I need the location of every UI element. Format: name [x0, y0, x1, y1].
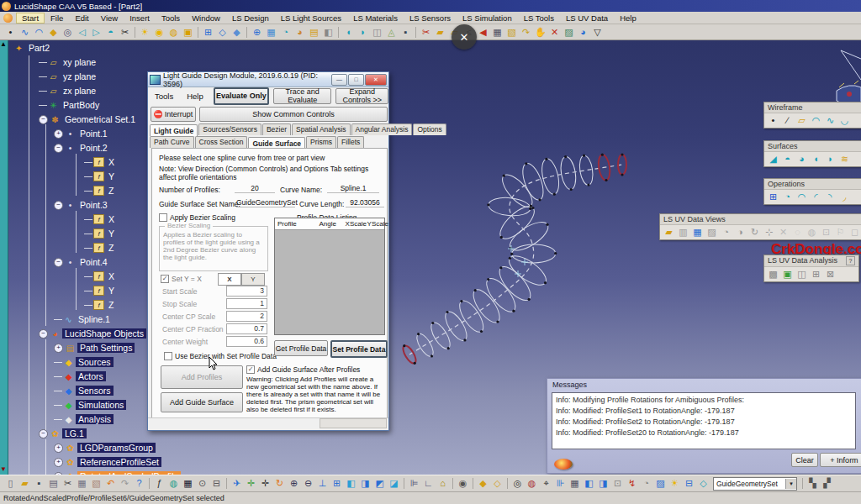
arc-icon[interactable]: ◠: [32, 26, 46, 39]
menu-ls-sensors[interactable]: LS Sensors: [404, 13, 457, 24]
save-icon[interactable]: ▪: [32, 477, 46, 490]
compass[interactable]: [837, 50, 861, 105]
struct-icon[interactable]: ⊪: [553, 477, 568, 490]
collapse-icon[interactable]: −: [54, 201, 63, 210]
bulb2-icon[interactable]: ☀: [668, 477, 682, 490]
speaker-icon[interactable]: ◗: [356, 26, 370, 39]
sweep-icon[interactable]: ◗: [823, 153, 837, 165]
dialog-titlebar[interactable]: Light Guide Design Module, 2019.6.0.19 (…: [148, 72, 388, 87]
split-icon[interactable]: ◔: [780, 191, 795, 203]
rotate-icon[interactable]: ↻: [272, 477, 287, 490]
catalog-icon[interactable]: ◆: [476, 477, 490, 490]
tree-item-xy-plane[interactable]: ▱xy plane: [39, 55, 98, 69]
collapse-icon[interactable]: −: [39, 429, 48, 438]
pan-icon[interactable]: ✛: [258, 477, 272, 490]
help-icon[interactable]: ?: [846, 256, 855, 265]
save-uv-icon[interactable]: ▥: [676, 226, 690, 239]
bulb-sun-icon[interactable]: ☀: [138, 26, 152, 39]
point-icon[interactable]: •: [766, 114, 780, 127]
profile-chart-icon[interactable]: ▨: [653, 477, 668, 490]
sensor-cone-icon[interactable]: ◁: [75, 26, 89, 39]
chamfer-icon[interactable]: ◝: [823, 191, 837, 203]
tree-item-label[interactable]: Y: [106, 286, 117, 296]
mesh-view-icon[interactable]: ▨: [705, 226, 719, 239]
flag-view-icon[interactable]: ⚐: [833, 226, 848, 239]
false-color-icon[interactable]: ▣: [780, 268, 795, 281]
tree-item-label[interactable]: LucidShape Objects: [62, 328, 146, 339]
curve-length-value[interactable]: 92.03056: [346, 198, 384, 207]
column-header-angle[interactable]: Angle: [316, 220, 342, 228]
curve-name-value[interactable]: Spline.1: [327, 184, 379, 193]
open-icon[interactable]: ▰: [18, 477, 32, 490]
line-icon[interactable]: ∕: [780, 114, 795, 127]
dialog-resize-grip[interactable]: [320, 418, 387, 428]
image-view-icon[interactable]: ▦: [690, 226, 705, 239]
tree-item-actors[interactable]: ◆Actors: [54, 370, 106, 383]
fill-surface-icon[interactable]: ◆: [46, 26, 61, 39]
information-filter-button[interactable]: + Inform: [820, 453, 861, 467]
redo-icon[interactable]: ↷: [118, 477, 132, 490]
show-common-controls-button[interactable]: Show Common Controls: [199, 107, 388, 122]
maximize-button[interactable]: □: [348, 74, 364, 86]
tab-prisms[interactable]: Prisms: [306, 136, 336, 148]
extrude-icon[interactable]: ◢: [766, 153, 780, 165]
tree-item-x[interactable]: fX: [84, 155, 117, 169]
column-header-profile[interactable]: Profile: [275, 220, 316, 228]
tree-item-lucidshape-objects[interactable]: −◕LucidShape Objects: [39, 327, 146, 340]
funnel-icon[interactable]: ▽: [590, 26, 605, 39]
undo-icon[interactable]: ↶: [103, 477, 118, 490]
zoom-view-icon[interactable]: ◍: [805, 226, 819, 239]
tab-fillets[interactable]: Fillets: [337, 136, 364, 148]
hand-icon[interactable]: ✋: [533, 26, 547, 39]
pick-view-icon[interactable]: ◌: [790, 226, 805, 239]
window-tile-icon[interactable]: ▚: [806, 477, 820, 490]
menu-start[interactable]: Start: [16, 13, 45, 24]
tree-item-label[interactable]: X: [106, 214, 117, 224]
tree-item-y[interactable]: fY: [84, 170, 117, 183]
trace-and-evaluate-button[interactable]: Trace and Evaluate: [273, 88, 331, 104]
tree-item-label[interactable]: Analysis: [76, 414, 114, 424]
disc-icon[interactable]: ◇: [215, 26, 230, 39]
tree-item-label[interactable]: Point.3: [77, 200, 110, 210]
scroll-up-icon[interactable]: ▲: [0, 40, 7, 48]
folder-tools-icon[interactable]: ▤: [307, 26, 321, 39]
tree-item-label[interactable]: Z: [106, 243, 116, 253]
chart-icon[interactable]: ▨: [562, 26, 576, 39]
scroll-down-icon[interactable]: ▼: [0, 465, 7, 473]
zoom-out-icon[interactable]: ⊖: [301, 477, 315, 490]
projection-curve-icon[interactable]: ◠: [809, 114, 823, 127]
wire-cube-icon[interactable]: ◩: [372, 477, 387, 490]
led-icon[interactable]: ▣: [181, 26, 195, 39]
tab-options[interactable]: Options: [413, 123, 446, 135]
tree-item-label[interactable]: Z: [106, 186, 116, 196]
tree-item-label[interactable]: Spline.1: [76, 314, 113, 324]
tree-item-y[interactable]: fY: [84, 227, 117, 240]
translate-icon[interactable]: ◞: [837, 191, 852, 203]
tree-item-label[interactable]: LG.1: [62, 428, 87, 438]
zoom-in-icon[interactable]: ⊕: [287, 477, 301, 490]
spiral-icon[interactable]: ◎: [510, 477, 525, 490]
link-icon[interactable]: ↷: [519, 26, 533, 39]
plane-icon[interactable]: ▱: [795, 114, 809, 127]
tree-item-z[interactable]: fZ: [84, 298, 116, 312]
cut-icon[interactable]: ✂: [61, 477, 75, 490]
menu-ls-light-sources[interactable]: LS Light Sources: [275, 13, 347, 24]
set-yx-checkbox[interactable]: ✓ Set Y = X: [161, 275, 202, 283]
tree-scroll-strip[interactable]: ▲ ▼: [0, 40, 8, 475]
clear-button[interactable]: Clear: [791, 453, 818, 467]
num-profiles-value[interactable]: 20: [235, 184, 275, 193]
clamp-icon[interactable]: ◖: [341, 26, 356, 39]
add-surface-after-checkbox[interactable]: ✓ Add Guide Surface After Profiles: [246, 365, 360, 374]
tree-item-label[interactable]: LGDParamsGroup: [77, 443, 156, 453]
tree-item-part2[interactable]: ✦Part2: [13, 41, 52, 55]
tree-item-referenceprofileset[interactable]: +✿ReferenceProfileSet: [54, 455, 161, 469]
menu-view[interactable]: View: [95, 13, 124, 24]
collapse-icon[interactable]: −: [54, 258, 63, 267]
menu-ls-tools[interactable]: LS Tools: [518, 13, 560, 24]
tree-item-label[interactable]: Sensors: [76, 386, 114, 396]
measure2-icon[interactable]: ∟: [421, 477, 436, 490]
tab-cross-section[interactable]: Cross Section: [195, 136, 248, 148]
shaded-globe-icon[interactable]: ◓: [103, 26, 118, 39]
tree-item-x[interactable]: fX: [84, 270, 117, 283]
menu-edit[interactable]: Edit: [69, 13, 94, 24]
